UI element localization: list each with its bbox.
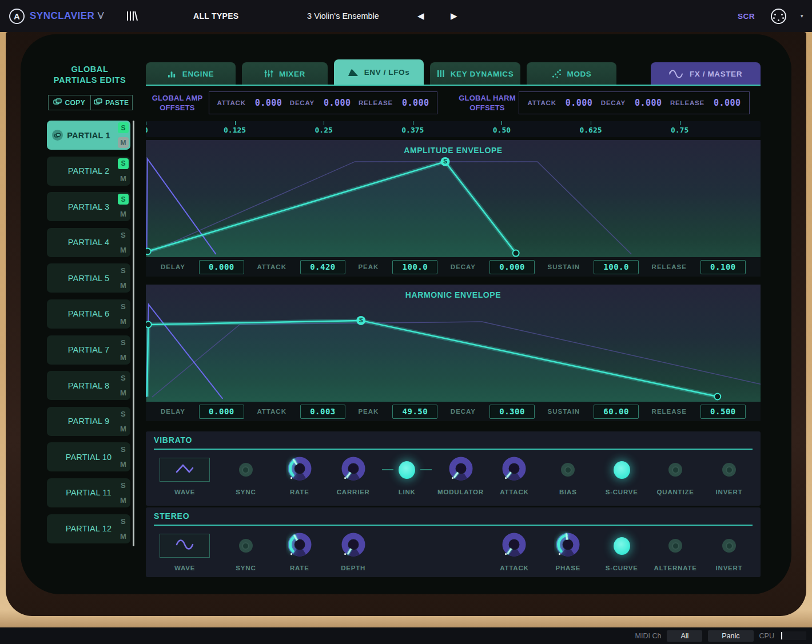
partial-list-scrollbar[interactable] <box>133 121 134 546</box>
midi-caret-icon[interactable]: ▾ <box>801 0 803 32</box>
partial-item[interactable]: PARTIAL 6SM <box>47 299 130 329</box>
param-value[interactable]: 60.00 <box>594 405 639 419</box>
offset-value[interactable]: 0.000 <box>324 98 351 108</box>
harmonic-envelope-panel[interactable]: HARMONIC ENVELOPE S <box>146 285 761 402</box>
mute-toggle[interactable]: M <box>120 531 126 542</box>
solo-toggle[interactable]: S <box>118 158 129 169</box>
offset-value[interactable]: 0.000 <box>402 98 429 108</box>
mute-toggle[interactable]: M <box>120 352 126 363</box>
mute-toggle[interactable]: M <box>120 423 126 434</box>
solo-toggle[interactable]: S <box>121 409 126 419</box>
triangle-wave-selector[interactable] <box>160 458 210 482</box>
s-curve-toggle[interactable] <box>614 537 630 555</box>
bias-toggle[interactable] <box>561 463 575 477</box>
mute-toggle[interactable]: M <box>120 209 126 219</box>
solo-toggle[interactable]: S <box>121 444 126 455</box>
carrier-knob[interactable] <box>340 455 367 485</box>
solo-toggle[interactable]: S <box>121 265 126 276</box>
scr-button[interactable]: SCR <box>738 0 755 32</box>
partial-item[interactable]: PARTIAL 2SM <box>47 157 130 186</box>
sync-toggle[interactable] <box>239 539 253 553</box>
quantize-toggle[interactable] <box>668 463 682 477</box>
partial-item[interactable]: PARTIAL 11SM <box>47 478 130 507</box>
sine-wave-selector[interactable] <box>160 534 210 558</box>
solo-toggle[interactable]: S <box>121 337 126 348</box>
mute-toggle[interactable]: M <box>120 459 126 470</box>
solo-toggle[interactable]: S <box>121 301 126 312</box>
offset-value[interactable]: 0.000 <box>566 98 593 108</box>
solo-toggle[interactable]: S <box>121 373 126 383</box>
mute-toggle[interactable]: M <box>118 137 129 148</box>
param-value[interactable]: 0.300 <box>489 405 535 419</box>
rate-knob[interactable] <box>286 455 313 485</box>
param-value[interactable]: 0.100 <box>700 260 746 274</box>
offset-value[interactable]: 0.000 <box>714 98 741 108</box>
mute-toggle[interactable]: M <box>120 280 126 291</box>
partial-item[interactable]: PARTIAL 9SM <box>47 407 130 436</box>
mute-toggle[interactable]: M <box>120 173 126 184</box>
rate-knob[interactable] <box>286 531 313 561</box>
partial-item[interactable]: PARTIAL 10SM <box>47 442 130 471</box>
param-value[interactable]: 100.0 <box>392 260 437 274</box>
solo-toggle[interactable]: S <box>118 194 129 205</box>
midi-channel-select[interactable]: All <box>667 630 702 642</box>
midi-icon[interactable] <box>771 0 786 32</box>
mute-toggle[interactable]: M <box>120 316 126 327</box>
panic-button[interactable]: Panic <box>708 630 753 642</box>
offset-value[interactable]: 0.000 <box>255 98 282 108</box>
solo-toggle[interactable]: S <box>121 480 126 491</box>
offset-value[interactable]: 0.000 <box>635 98 662 108</box>
alternate-toggle[interactable] <box>668 539 682 553</box>
partial-item[interactable]: PARTIAL 12SM <box>47 514 130 543</box>
param-value[interactable]: 0.000 <box>489 260 535 274</box>
tab-engine[interactable]: ENGINE <box>146 62 236 85</box>
param-value[interactable]: 49.50 <box>392 405 437 419</box>
time-ruler[interactable]: 00.1250.250.3750.500.6250.75 <box>146 121 761 137</box>
solo-toggle[interactable]: S <box>121 516 126 527</box>
invert-toggle[interactable] <box>722 463 736 477</box>
copy-button[interactable]: COPY <box>49 95 90 110</box>
preset-next-button[interactable]: ▶ <box>451 0 457 32</box>
amplitude-envelope-panel[interactable]: AMPLITUDE ENVELOPE S <box>146 140 761 257</box>
attack-knob[interactable] <box>500 455 528 485</box>
paste-button[interactable]: PASTE <box>90 95 133 110</box>
partial-item[interactable]: PARTIAL 4SM <box>47 228 130 257</box>
preset-name[interactable]: 3 Violin's Ensemble <box>297 0 389 32</box>
param-value[interactable]: 0.003 <box>300 405 345 419</box>
mute-toggle[interactable]: M <box>120 245 126 255</box>
sync-toggle[interactable] <box>239 463 253 477</box>
partial-item[interactable]: PARTIAL 3SM <box>47 192 130 221</box>
app-menu-caret-icon[interactable]: ▾ <box>99 0 102 32</box>
solo-toggle[interactable]: S <box>121 230 126 241</box>
phase-knob[interactable] <box>554 531 582 561</box>
partial-item[interactable]: PARTIAL 1SM <box>47 121 130 150</box>
tab-key-dynamics[interactable]: KEY DYNAMICS <box>430 62 520 85</box>
mute-toggle[interactable]: M <box>120 387 126 398</box>
filter-all-types[interactable]: ALL TYPES <box>193 0 238 32</box>
envelope-plot[interactable]: S <box>146 140 761 257</box>
partial-item[interactable]: PARTIAL 7SM <box>47 335 130 365</box>
depth-knob[interactable] <box>340 531 367 561</box>
attack-knob[interactable] <box>500 531 528 561</box>
partial-item[interactable]: PARTIAL 5SM <box>47 263 130 293</box>
envelope-plot[interactable]: S <box>146 285 761 402</box>
tab-fx-master[interactable]: FX / MASTER <box>651 62 761 85</box>
param-value[interactable]: 0.420 <box>300 260 345 274</box>
invert-toggle[interactable] <box>722 539 736 553</box>
link-toggle[interactable] <box>399 461 415 479</box>
partial-item[interactable]: PARTIAL 8SM <box>47 371 130 400</box>
param-value[interactable]: 0.000 <box>199 260 244 274</box>
preset-prev-button[interactable]: ◀ <box>417 0 424 32</box>
param-value[interactable]: 0.000 <box>199 405 244 419</box>
arturia-logo-icon[interactable]: A <box>9 0 25 32</box>
tab-env-lfos[interactable]: ENV / LFOs <box>334 59 424 85</box>
param-value[interactable]: 100.0 <box>594 260 639 274</box>
mute-toggle[interactable]: M <box>120 495 126 506</box>
modulator-knob[interactable] <box>447 455 475 485</box>
library-icon[interactable] <box>126 0 138 32</box>
solo-toggle[interactable]: S <box>118 122 129 133</box>
tab-mods[interactable]: MODS <box>527 62 616 85</box>
s-curve-toggle[interactable] <box>614 461 630 479</box>
param-value[interactable]: 0.500 <box>700 405 746 419</box>
tab-mixer[interactable]: MIXER <box>242 62 328 85</box>
